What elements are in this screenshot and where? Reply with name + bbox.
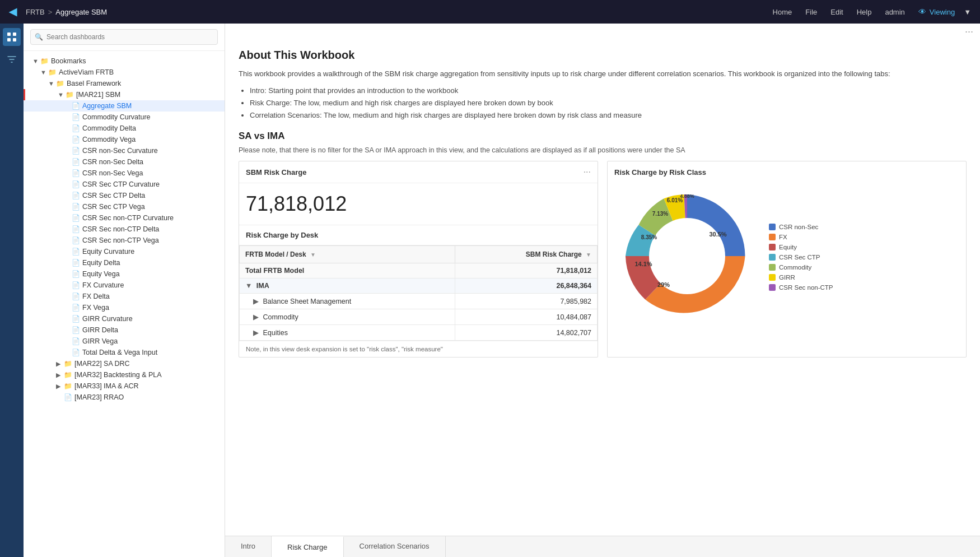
svg-rect-2 xyxy=(7,38,11,41)
desk-value: 26,848,364 xyxy=(455,278,598,294)
sidebar-item-mar23[interactable]: 📄 [MAR23] RRAO xyxy=(24,392,225,403)
panel-note-text: Note, in this view desk expansion is set… xyxy=(239,341,598,357)
legend-color-girr xyxy=(769,274,776,281)
legend-color-equity xyxy=(769,244,776,250)
breadcrumb: FRTB > Aggregate SBM xyxy=(26,8,107,16)
tab-risk-charge[interactable]: Risk Charge xyxy=(272,536,344,557)
sidebar-item-csr-sec-nonctp-vega[interactable]: 📄 CSR Sec non-CTP Vega xyxy=(24,235,225,246)
sidebar-item-bookmarks[interactable]: ▼ 📁 Bookmarks xyxy=(24,55,225,67)
sidebar-item-basel[interactable]: ▼ 📁 Basel Framework xyxy=(24,78,225,89)
svg-text:4.88%: 4.88% xyxy=(680,193,694,199)
sidebar-item-csr-sec-nonctp-delta[interactable]: 📄 CSR Sec non-CTP Delta xyxy=(24,224,225,235)
pie-legend: CSR non-Sec FX Equity xyxy=(769,224,833,291)
legend-item: Equity xyxy=(769,244,833,250)
sa-vs-ima-title: SA vs IMA xyxy=(239,131,967,142)
sidebar-search: 🔍 xyxy=(24,24,225,51)
nav-home[interactable]: Home xyxy=(773,8,792,16)
tab-intro[interactable]: Intro xyxy=(225,536,272,557)
content-body: About This Workbook This workbook provid… xyxy=(225,40,980,536)
icon-dashboard[interactable] xyxy=(3,28,21,46)
sidebar-item-fx-delta[interactable]: 📄 FX Delta xyxy=(24,291,225,302)
sidebar-item-commodity-curvature[interactable]: 📄 Commodity Curvature xyxy=(24,112,225,123)
bullet-3: Correlation Scenarios: The low, medium a… xyxy=(250,109,967,122)
desk-label: ▶ Commodity xyxy=(240,309,455,325)
sidebar-item-csr-nonsec-delta[interactable]: 📄 CSR non-Sec Delta xyxy=(24,156,225,168)
legend-item: Commodity xyxy=(769,264,833,271)
sidebar-item-csr-nonsec-vega[interactable]: 📄 CSR non-Sec Vega xyxy=(24,168,225,179)
sidebar-item-fx-curvature[interactable]: 📄 FX Curvature xyxy=(24,280,225,291)
nav-help[interactable]: Help xyxy=(857,8,872,16)
icon-bar xyxy=(0,24,24,557)
legend-color-csr-sec-ctp xyxy=(769,254,776,261)
sidebar-item-total-delta-vega[interactable]: 📄 Total Delta & Vega Input xyxy=(24,347,225,358)
sidebar-item-mar21[interactable]: ▼ 📁 [MAR21] SBM xyxy=(24,89,225,100)
sidebar-item-girr-curvature[interactable]: 📄 GIRR Curvature xyxy=(24,313,225,324)
sidebar-item-csr-nonsec-curvature[interactable]: 📄 CSR non-Sec Curvature xyxy=(24,145,225,156)
nav-dropdown-icon[interactable]: ▼ xyxy=(964,8,971,16)
sidebar-item-mar33[interactable]: ▶ 📁 [MAR33] IMA & ACR xyxy=(24,380,225,392)
sidebar-item-equity-delta[interactable]: 📄 Equity Delta xyxy=(24,257,225,268)
sidebar-item-equity-vega[interactable]: 📄 Equity Vega xyxy=(24,268,225,280)
breadcrumb-sep: > xyxy=(48,8,53,16)
sidebar-item-csr-sec-ctp-curvature[interactable]: 📄 CSR Sec CTP Curvature xyxy=(24,179,225,190)
desk-table: FRTB Model / Desk ▼ SBM Risk Charge ▼ xyxy=(239,245,598,341)
sidebar-item-aggregate-sbm[interactable]: 📄 Aggregate SBM xyxy=(24,100,225,112)
main-content: ··· About This Workbook This workbook pr… xyxy=(225,24,980,557)
sidebar-item-equity-curvature[interactable]: 📄 Equity Curvature xyxy=(24,246,225,257)
pie-chart-title: Risk Charge by Risk Class xyxy=(614,168,959,177)
expand-ima-button[interactable]: ▼ xyxy=(245,282,252,290)
search-input[interactable] xyxy=(30,29,218,45)
sbm-panel-options[interactable]: ··· xyxy=(584,167,591,177)
sidebar-item-csr-sec-ctp-vega[interactable]: 📄 CSR Sec CTP Vega xyxy=(24,201,225,212)
pie-panel-body: Risk Charge by Risk Class xyxy=(608,161,966,337)
sbm-panel-header: SBM Risk Charge ··· xyxy=(239,161,598,183)
svg-text:14.1%: 14.1% xyxy=(634,261,652,267)
legend-label-csr-sec-nonctp: CSR Sec non-CTP xyxy=(779,284,833,291)
svg-text:30.5%: 30.5% xyxy=(709,231,726,238)
expand-commodity-button[interactable]: ▶ xyxy=(253,313,259,321)
table-row: ▼ IMA 26,848,364 xyxy=(240,278,598,294)
breadcrumb-current: Aggregate SBM xyxy=(55,8,107,16)
bullet-2: Risk Charge: The low, medium and high ri… xyxy=(250,97,967,109)
col-desk-header[interactable]: FRTB Model / Desk ▼ xyxy=(240,246,455,263)
desk-table-header: Risk Charge by Desk xyxy=(239,225,598,245)
tab-correlation-scenarios[interactable]: Correlation Scenarios xyxy=(344,536,446,557)
sidebar-item-girr-delta[interactable]: 📄 GIRR Delta xyxy=(24,324,225,336)
nav-edit[interactable]: Edit xyxy=(830,8,843,16)
expand-bsm-button[interactable]: ▶ xyxy=(253,298,259,305)
expand-equities-button[interactable]: ▶ xyxy=(253,329,259,337)
description-text: This workbook provides a walkthrough of … xyxy=(239,68,967,80)
sbm-risk-value: 71,818,012 xyxy=(239,183,598,225)
sidebar-item-fx-vega[interactable]: 📄 FX Vega xyxy=(24,302,225,313)
sidebar-item-mar22[interactable]: ▶ 📁 [MAR22] SA DRC xyxy=(24,358,225,369)
table-row: ▶ Equities 14,802,707 xyxy=(240,325,598,341)
sbm-risk-panel: SBM Risk Charge ··· 71,818,012 Risk Char… xyxy=(239,161,598,358)
app-body: 🔍 ▼ 📁 Bookmarks ▼ 📁 ActiveViam FRTB ▼ 📁 … xyxy=(0,24,980,557)
desk-value: 7,985,982 xyxy=(455,294,598,309)
svg-rect-1 xyxy=(13,33,16,36)
pie-chart-svg: 30.5% 29% 14.1% 8.35% 7.13% 6.01% 4.88% xyxy=(614,183,760,331)
top-nav: ◀ FRTB > Aggregate SBM Home File Edit He… xyxy=(0,0,980,24)
table-row: ▶ Commodity 10,484,087 xyxy=(240,309,598,325)
sidebar-item-activeviam[interactable]: ▼ 📁 ActiveViam FRTB xyxy=(24,67,225,78)
icon-filter[interactable] xyxy=(3,50,21,68)
sidebar-item-girr-vega[interactable]: 📄 GIRR Vega xyxy=(24,336,225,347)
sidebar-item-mar32[interactable]: ▶ 📁 [MAR32] Backtesting & PLA xyxy=(24,369,225,380)
user-label: admin xyxy=(885,8,904,16)
legend-item: FX xyxy=(769,234,833,240)
bullets-list: Intro: Starting point that provides an i… xyxy=(250,85,967,122)
breadcrumb-root[interactable]: FRTB xyxy=(26,8,45,16)
sidebar-item-commodity-vega[interactable]: 📄 Commodity Vega xyxy=(24,134,225,145)
legend-color-csr-nonsec xyxy=(769,224,776,230)
sidebar-tree: ▼ 📁 Bookmarks ▼ 📁 ActiveViam FRTB ▼ 📁 Ba… xyxy=(24,51,225,557)
col-charge-header[interactable]: SBM Risk Charge ▼ xyxy=(455,246,598,263)
legend-label-commodity: Commodity xyxy=(779,264,811,271)
sidebar-item-commodity-delta[interactable]: 📄 Commodity Delta xyxy=(24,123,225,134)
desk-label: ▶ Balance Sheet Management xyxy=(240,294,455,309)
sidebar-item-csr-sec-nonctp-curvature[interactable]: 📄 CSR Sec non-CTP Curvature xyxy=(24,212,225,224)
nav-file[interactable]: File xyxy=(805,8,817,16)
bullet-1: Intro: Starting point that provides an i… xyxy=(250,85,967,97)
sidebar-item-csr-sec-ctp-delta[interactable]: 📄 CSR Sec CTP Delta xyxy=(24,190,225,201)
content-options-button[interactable]: ··· xyxy=(225,24,980,40)
search-icon: 🔍 xyxy=(35,33,43,41)
